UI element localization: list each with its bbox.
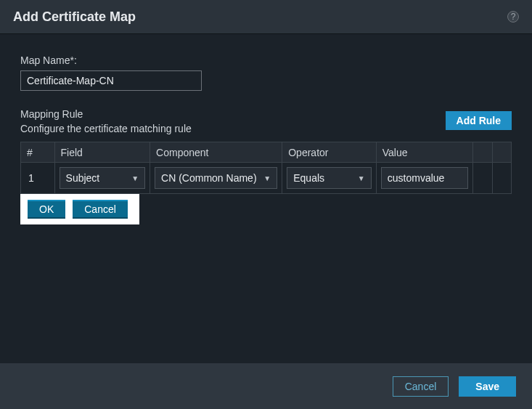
add-rule-button[interactable]: Add Rule [446, 111, 512, 130]
chevron-down-icon: ▼ [263, 174, 271, 182]
rules-table-wrap: # Field Component Operator Value 1 [20, 142, 512, 224]
row-ok-button[interactable]: OK [28, 200, 65, 219]
modal-footer: Cancel Save [0, 363, 532, 409]
field-select[interactable]: Subject ▼ [60, 167, 146, 189]
add-certificate-map-modal: Add Certificate Map ? Map Name*: Mapping… [0, 0, 532, 409]
col-header-num: # [21, 142, 55, 163]
row-cancel-button[interactable]: Cancel [73, 200, 128, 219]
cancel-button[interactable]: Cancel [393, 376, 449, 397]
rules-table: # Field Component Operator Value 1 [20, 142, 512, 194]
col-header-value: Value [376, 142, 473, 163]
map-name-section: Map Name*: [20, 54, 512, 91]
mapping-section-title: Mapping Rule [20, 108, 192, 120]
col-header-action1 [473, 142, 492, 163]
modal-title-bar: Add Certificate Map ? [0, 0, 532, 33]
col-header-component: Component [150, 142, 282, 163]
operator-select[interactable]: Equals ▼ [287, 167, 372, 189]
help-icon[interactable]: ? [507, 11, 519, 23]
component-select[interactable]: CN (Common Name) ▼ [155, 167, 277, 189]
operator-select-value: Equals [293, 172, 324, 184]
map-name-input[interactable] [20, 70, 202, 91]
col-header-field: Field [54, 142, 150, 163]
mapping-header-text: Mapping Rule Configure the certificate m… [20, 108, 192, 134]
save-button[interactable]: Save [459, 376, 516, 397]
row-action-cell-2 [492, 163, 511, 194]
value-input[interactable] [381, 167, 469, 189]
map-name-label: Map Name*: [20, 54, 512, 66]
component-select-value: CN (Common Name) [161, 172, 256, 184]
row-action-panel: OK Cancel [20, 194, 139, 224]
field-select-value: Subject [66, 172, 100, 184]
modal-title: Add Certificate Map [13, 9, 136, 25]
row-action-cell-1 [473, 163, 492, 194]
col-header-action2 [492, 142, 511, 163]
mapping-header: Mapping Rule Configure the certificate m… [20, 108, 512, 134]
modal-body: Map Name*: Mapping Rule Configure the ce… [0, 33, 532, 363]
row-number: 1 [25, 172, 34, 184]
chevron-down-icon: ▼ [131, 174, 139, 182]
mapping-section-subtitle: Configure the certificate matching rule [20, 123, 192, 134]
table-row: 1 Subject ▼ CN (Common Name) ▼ [21, 163, 512, 194]
chevron-down-icon: ▼ [358, 174, 365, 182]
rules-header-row: # Field Component Operator Value [21, 142, 512, 163]
col-header-operator: Operator [282, 142, 377, 163]
